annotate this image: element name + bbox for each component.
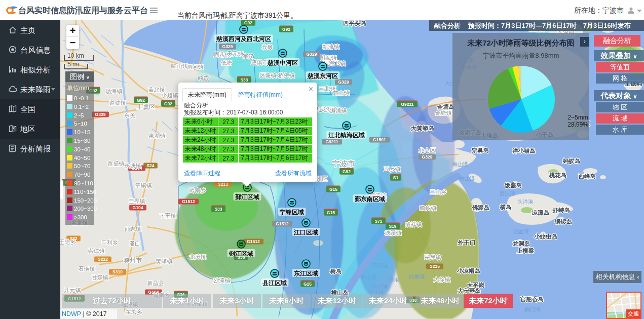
svg-text:龙山镇: 龙山镇 <box>333 90 350 96</box>
svg-text:咸祥镇: 咸祥镇 <box>405 221 422 227</box>
svg-text:江口区域: 江口区域 <box>293 229 318 236</box>
svg-text:临山镇: 临山镇 <box>171 63 188 69</box>
svg-text:G1512: G1512 <box>247 239 260 244</box>
svg-text:佛渡岛: 佛渡岛 <box>472 204 490 211</box>
svg-text:G15: G15 <box>304 282 312 287</box>
svg-text:小越镇: 小越镇 <box>161 92 178 98</box>
svg-text:G1512: G1512 <box>182 199 195 204</box>
svg-text:G9211: G9211 <box>325 139 338 144</box>
svg-text:G329: G329 <box>95 112 106 117</box>
svg-text:外干门: 外干门 <box>458 239 476 246</box>
svg-text:G15: G15 <box>329 187 337 192</box>
svg-text:虾峙岛: 虾峙岛 <box>552 207 571 213</box>
svg-text:大黄蟒岛: 大黄蟒岛 <box>410 125 434 132</box>
svg-text:东关: 东关 <box>124 112 135 118</box>
svg-text:S33: S33 <box>214 207 222 212</box>
svg-text:剡江区域: 剡江区域 <box>229 250 253 257</box>
svg-text:富盛镇: 富盛镇 <box>108 161 125 167</box>
svg-text:G329: G329 <box>422 154 433 160</box>
svg-text:民岸镇: 民岸镇 <box>425 254 441 260</box>
svg-text:慈溪东河区: 慈溪东河区 <box>307 72 338 79</box>
svg-text:峤霞: 峤霞 <box>198 75 209 81</box>
svg-text:广利乡: 广利乡 <box>101 240 118 246</box>
svg-text:沥海镇: 沥海镇 <box>106 88 123 94</box>
svg-text:区塘镇: 区塘镇 <box>260 72 277 78</box>
svg-text:仙岩镇: 仙岩镇 <box>125 226 141 232</box>
svg-text:铜锣岛: 铜锣岛 <box>554 219 573 225</box>
svg-text:三山乡: 三山乡 <box>430 189 447 195</box>
svg-text:澥浦镇: 澥浦镇 <box>330 107 347 113</box>
svg-text:塘溪镇: 塘溪镇 <box>385 230 402 236</box>
svg-text:三界镇: 三界镇 <box>129 198 145 204</box>
svg-text:金塘岛: 金塘岛 <box>437 103 455 110</box>
svg-text:泉湖镇: 泉湖镇 <box>149 133 166 139</box>
svg-text:穿鼻岛: 穿鼻岛 <box>471 147 489 154</box>
svg-text:桃花岛: 桃花岛 <box>549 172 567 178</box>
svg-text:金塘镇: 金塘镇 <box>435 110 452 116</box>
svg-text:S19: S19 <box>389 224 396 229</box>
svg-text:大宁荞岛: 大宁荞岛 <box>457 287 481 294</box>
svg-text:小蚊虫岛: 小蚊虫岛 <box>534 233 557 240</box>
svg-text:章镇镇: 章镇镇 <box>135 182 152 188</box>
svg-text:G92: G92 <box>137 98 145 103</box>
svg-text:泗门镇: 泗门镇 <box>187 64 204 70</box>
svg-text:宁锋区域: 宁锋区域 <box>279 209 304 216</box>
svg-text:G92: G92 <box>244 20 252 25</box>
svg-text:洋小猫岛: 洋小猫岛 <box>512 147 536 154</box>
svg-text:后沙湾: 后沙湾 <box>499 190 515 196</box>
svg-text:低塘: 低塘 <box>221 60 232 66</box>
svg-text:桥头镇: 桥头镇 <box>278 72 295 78</box>
svg-text:横岛: 横岛 <box>500 204 512 210</box>
svg-text:小凉帽岛: 小凉帽岛 <box>457 267 480 274</box>
svg-text:鄞东南区域: 鄞东南区域 <box>355 195 385 203</box>
svg-text:慈溪中河区: 慈溪中河区 <box>267 59 298 66</box>
svg-text:新昌县: 新昌县 <box>147 280 164 286</box>
svg-text:G1501: G1501 <box>373 137 386 142</box>
svg-text:强盗湾: 强盗湾 <box>513 228 529 234</box>
svg-text:S213: S213 <box>218 182 228 187</box>
svg-text:长塘镇: 长塘镇 <box>124 163 141 169</box>
svg-text:道墟镇: 道墟镇 <box>109 100 126 106</box>
svg-text:上横梁: 上横梁 <box>516 248 535 254</box>
svg-text:S215: S215 <box>430 264 440 269</box>
svg-text:嵊州市: 嵊州市 <box>124 257 142 264</box>
svg-text:西峰岛: 西峰岛 <box>578 173 596 179</box>
svg-text:大徐镇: 大徐镇 <box>434 276 450 283</box>
svg-text:新浦镇: 新浦镇 <box>323 44 339 50</box>
svg-text:慈溪市: 慈溪市 <box>251 59 268 65</box>
svg-text:S310: S310 <box>112 269 123 274</box>
svg-text:头洋港: 头洋港 <box>517 198 534 205</box>
svg-text:北仑区: 北仑区 <box>419 147 436 153</box>
svg-text:江北镇海区域: 江北镇海区域 <box>328 132 365 139</box>
svg-text:凉潭岛: 凉潭岛 <box>532 209 550 216</box>
svg-text:G1512: G1512 <box>276 221 289 226</box>
svg-text:宗汉: 宗汉 <box>243 53 254 59</box>
svg-text:东江区域: 东江区域 <box>293 270 318 277</box>
svg-text:潘口: 潘口 <box>129 241 140 247</box>
svg-text:瞻岐镇: 瞻岐镇 <box>420 205 437 211</box>
svg-text:树岛: 树岛 <box>330 268 342 274</box>
svg-text:G329: G329 <box>222 44 233 49</box>
svg-text:G104: G104 <box>133 205 143 210</box>
svg-text:慈溪西河及西北河区: 慈溪西河及西北河区 <box>216 35 271 43</box>
svg-text:王陆乡: 王陆乡 <box>60 239 76 245</box>
svg-text:G15: G15 <box>327 210 335 215</box>
svg-text:S24: S24 <box>146 163 154 168</box>
svg-text:石沿港: 石沿港 <box>372 262 389 268</box>
svg-text:四平头岛: 四平头岛 <box>343 20 366 26</box>
svg-text:S33: S33 <box>240 77 248 83</box>
svg-text:石璜镇: 石璜镇 <box>79 266 95 272</box>
svg-text:捣臼湾: 捣臼湾 <box>524 306 541 312</box>
svg-text:象山港: 象山港 <box>360 274 376 280</box>
svg-text:官船岙岛: 官船岙岛 <box>520 296 544 302</box>
svg-text:梅山港: 梅山港 <box>459 175 475 181</box>
svg-text:岭南乡: 岭南乡 <box>190 187 206 193</box>
svg-text:淡港: 淡港 <box>389 276 400 283</box>
svg-text:坎墩: 坎墩 <box>262 44 273 50</box>
svg-text:G329: G329 <box>307 52 317 57</box>
svg-text:S212: S212 <box>98 257 108 262</box>
svg-text:S1: S1 <box>393 175 399 180</box>
svg-text:上虞区: 上虞区 <box>137 103 155 110</box>
svg-text:下王镇: 下王镇 <box>160 213 176 219</box>
svg-text:沙溪镇: 沙溪镇 <box>214 277 231 284</box>
